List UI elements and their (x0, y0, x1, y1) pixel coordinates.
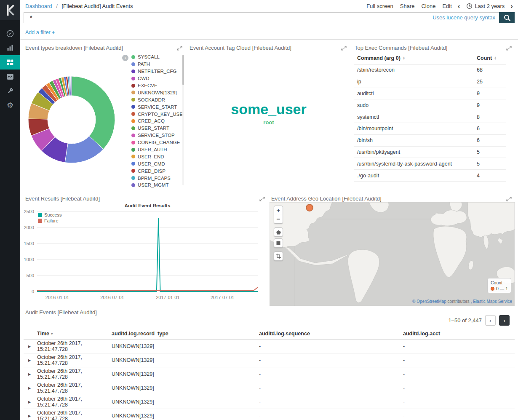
exec-command-cell[interactable]: /usr/bin/systemd-tty-ask-password-agent (354, 161, 477, 167)
column-header-command[interactable]: Command (arg 0) ▲▼ (354, 55, 477, 61)
audit-table-row[interactable]: ▶October 26th 2017, 15:21:47.728UNKNOWN[… (24, 381, 515, 395)
time-back-button[interactable]: ‹ (458, 3, 460, 10)
column-header-acct[interactable]: auditd.log.acct (403, 331, 515, 337)
audit-table-row[interactable]: ▶October 26th 2017, 15:21:47.728UNKNOWN[… (24, 340, 515, 353)
exec-count-cell[interactable]: 6 (477, 137, 506, 143)
next-page-button[interactable]: › (499, 315, 510, 326)
sidebar-item-management[interactable]: ⚙ (0, 98, 20, 112)
exec-command-cell[interactable]: ./go-audit (354, 173, 477, 179)
draw-polygon-button[interactable] (274, 227, 283, 237)
breadcrumb-dashboard[interactable]: Dashboard (25, 3, 52, 9)
legend-item-path[interactable]: PATH (131, 61, 183, 68)
legend-item-config-change[interactable]: CONFIG_CHANGE (131, 139, 183, 146)
sidebar-item-dev-tools[interactable] (0, 84, 20, 98)
sidebar-item-visualize[interactable] (0, 41, 20, 55)
search-button[interactable] (499, 12, 515, 23)
action-clone[interactable]: Clone (421, 3, 435, 9)
audit-table-row[interactable]: ▶October 26th 2017, 15:21:47.728UNKNOWN[… (24, 353, 515, 367)
column-header-time[interactable]: Time ▾ (37, 331, 112, 337)
sidebar-item-dashboard[interactable] (0, 55, 20, 70)
exec-count-cell[interactable]: 4 (477, 173, 506, 179)
donut-slice-syscall[interactable] (72, 76, 115, 149)
lucene-syntax-link[interactable]: Uses lucene query syntax (433, 14, 495, 21)
audit-cell-3: - (403, 357, 515, 363)
exec-count-cell[interactable]: 8 (477, 114, 506, 120)
legend-item-user-cmd[interactable]: USER_CMD (131, 160, 183, 167)
legend-item-user-mgmt[interactable]: USER_MGMT (131, 182, 183, 189)
exec-count-cell[interactable]: 5 (477, 149, 506, 155)
expand-icon[interactable] (506, 45, 512, 51)
row-expand-icon[interactable]: ▶ (24, 400, 37, 404)
legend-item-cred-disp[interactable]: CRED_DISP (131, 167, 183, 174)
scrollbar-thumb[interactable] (182, 55, 184, 85)
exec-count-cell[interactable]: 25 (477, 79, 506, 85)
exec-count-cell[interactable]: 9 (477, 102, 506, 108)
action-full-screen[interactable]: Full screen (366, 3, 393, 9)
legend-item-service-stop[interactable]: SERVICE_STOP (131, 132, 183, 139)
legend-toggle-button[interactable]: › (122, 55, 128, 61)
expand-icon[interactable] (341, 45, 347, 51)
legend-label: PATH (138, 62, 150, 67)
legend-item-crypto-key-user[interactable]: CRYPTO_KEY_USER (131, 110, 183, 118)
column-header-sequence[interactable]: auditd.log.sequence (259, 331, 403, 337)
column-header-record-type[interactable]: auditd.log.record_type (112, 331, 259, 337)
attribution-link-openstreetmap[interactable]: © OpenStreetMap (412, 299, 446, 304)
previous-page-button[interactable]: ‹ (485, 315, 496, 326)
audit-table-row[interactable]: ▶October 26th 2017, 15:21:47.728UNKNOWN[… (24, 395, 515, 409)
legend-item-cwd[interactable]: CWD (131, 75, 183, 82)
attribution-link-elastic-maps-service[interactable]: Elastic Maps Service (473, 299, 512, 304)
legend-item-syscall[interactable]: SYSCALL (131, 54, 183, 61)
exec-count-cell[interactable]: 5 (477, 161, 506, 167)
exec-count-cell[interactable]: 9 (477, 91, 506, 96)
legend-item-user-auth[interactable]: USER_AUTH (131, 146, 183, 153)
exec-command-cell[interactable]: sudo (354, 102, 477, 108)
legend-label: SOCKADDR (138, 97, 165, 102)
column-header-count[interactable]: Count ▲▼ (477, 55, 506, 61)
time-forward-button[interactable]: › (510, 3, 513, 10)
legend-item-crypto-session[interactable]: CRYPTO_SESSION (131, 189, 183, 190)
geo-map[interactable]: + − Count 0 — 1 © OpenStreetMap contribu… (270, 202, 515, 306)
legend-scrollbar[interactable] (182, 55, 184, 185)
legend-item-execve[interactable]: EXECVE (131, 82, 183, 89)
legend-item-netfilter-cfg[interactable]: NETFILTER_CFG (131, 68, 183, 75)
action-edit[interactable]: Edit (442, 3, 451, 9)
sidebar-item-timelion[interactable] (0, 70, 20, 84)
exec-command-cell[interactable]: ip (354, 79, 477, 85)
crop-bounds-button[interactable] (274, 251, 283, 261)
add-filter-button[interactable]: Add a filter+ (25, 29, 55, 35)
legend-item-unknown-1329[interactable]: UNKNOWN[1329] (131, 89, 183, 96)
exec-command-cell[interactable]: /bin/sh (354, 137, 477, 143)
zoom-in-button[interactable]: + (274, 206, 283, 215)
kibana-logo[interactable] (0, 0, 20, 20)
exec-count-cell[interactable]: 68 (477, 67, 506, 73)
draw-rectangle-button[interactable] (274, 238, 283, 248)
action-share[interactable]: Share (400, 3, 415, 9)
exec-command-cell[interactable]: auditctl (354, 91, 477, 96)
row-expand-icon[interactable]: ▶ (24, 386, 37, 390)
legend-item-bprm-fcaps[interactable]: BPRM_FCAPS (131, 174, 183, 182)
legend-item-user-end[interactable]: USER_END (131, 153, 183, 160)
expand-icon[interactable] (506, 196, 512, 202)
exec-command-cell[interactable]: systemctl (354, 114, 477, 120)
row-expand-icon[interactable]: ▶ (24, 414, 37, 418)
legend-item-sockaddr[interactable]: SOCKADDR (131, 96, 183, 103)
time-picker-button[interactable]: Last 2 years (466, 3, 505, 9)
exec-command-cell[interactable]: /sbin/restorecon (354, 67, 477, 73)
audit-table-row[interactable]: ▶October 26th 2017, 15:21:47.728UNKNOWN[… (24, 367, 515, 381)
audit-table-row[interactable]: ▶October 26th 2017, 15:21:47.728UNKNOWN[… (24, 409, 515, 420)
tag-some-user[interactable]: some_user (231, 102, 307, 116)
row-expand-icon[interactable]: ▶ (24, 372, 37, 376)
exec-command-cell[interactable]: /bin/mountpoint (354, 126, 477, 131)
tag-root[interactable]: root (263, 120, 274, 125)
row-expand-icon[interactable]: ▶ (24, 345, 37, 348)
exec-command-cell[interactable]: /usr/bin/pkttyagent (354, 149, 477, 155)
geo-marker[interactable] (306, 204, 313, 211)
legend-item-user-start[interactable]: USER_START (131, 125, 183, 132)
legend-item-service-start[interactable]: SERVICE_START (131, 103, 183, 110)
zoom-out-button[interactable]: − (274, 214, 283, 224)
row-expand-icon[interactable]: ▶ (24, 358, 37, 362)
sidebar-item-discover[interactable] (0, 27, 20, 41)
legend-item-cred-acq[interactable]: CRED_ACQ (131, 118, 183, 125)
expand-icon[interactable] (177, 45, 182, 51)
exec-count-cell[interactable]: 6 (477, 126, 506, 131)
